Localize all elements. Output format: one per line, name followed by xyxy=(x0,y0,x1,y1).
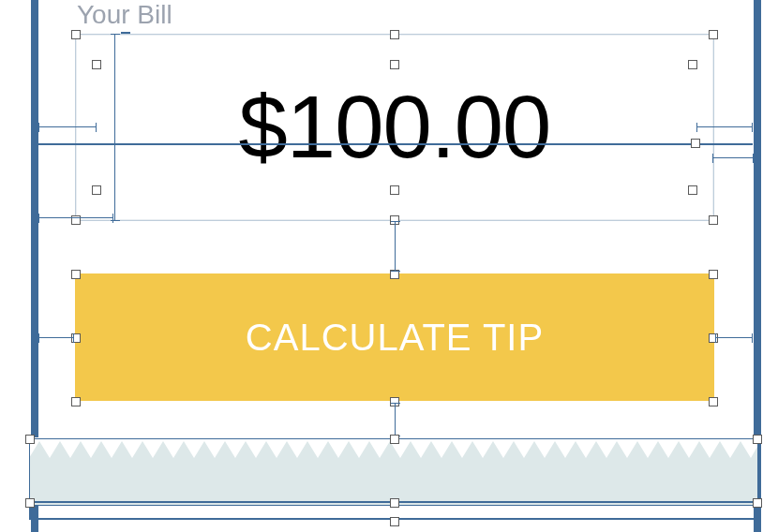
spacing-guide-icon xyxy=(38,337,74,338)
bottom-frame-outline[interactable] xyxy=(29,501,758,520)
bill-field-container[interactable]: $100.00 xyxy=(75,34,714,221)
bill-amount-display[interactable]: $100.00 xyxy=(77,77,712,178)
calculate-tip-label: CALCULATE TIP xyxy=(246,317,544,359)
receipt-panel[interactable] xyxy=(29,438,758,506)
spacing-guide-icon xyxy=(715,337,753,338)
design-canvas[interactable]: Your Bill $100.00 CALCULATE TIP xyxy=(0,0,778,532)
spacing-guide-icon xyxy=(395,403,396,436)
receipt-bg xyxy=(29,438,758,506)
bill-label[interactable]: Your Bill xyxy=(77,0,172,30)
spacing-guide-icon xyxy=(395,221,396,272)
zigzag-edge-icon xyxy=(29,437,758,458)
spacing-guide-icon xyxy=(712,157,754,158)
calculate-tip-button[interactable]: CALCULATE TIP xyxy=(75,273,714,401)
